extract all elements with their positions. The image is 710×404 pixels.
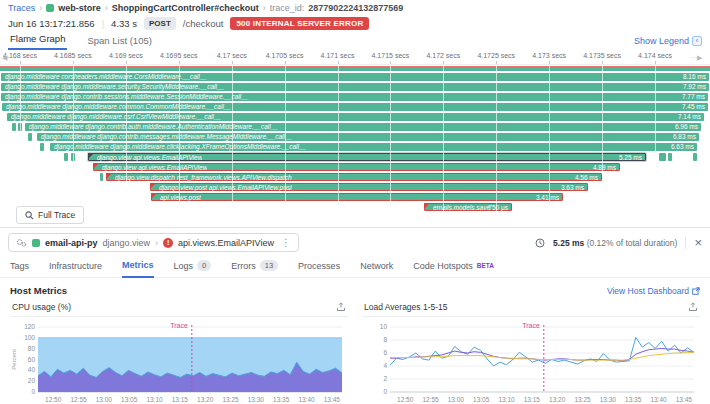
flame-span-duration: 6.63 ms [671, 143, 694, 151]
load-averages-chart[interactable]: 024681012:5012:5513:0013:0513:1013:1513:… [362, 317, 700, 404]
svg-text:13:00: 13:00 [96, 396, 113, 403]
flame-span-fragment[interactable] [64, 153, 68, 161]
flame-span-bar[interactable]: django.middleware django.contrib.auth.mi… [25, 123, 701, 131]
axis-tick-label: 4.173 secs [532, 52, 566, 59]
flame-span-bar[interactable]: django.middleware django.middleware.secu… [1, 83, 709, 91]
svg-text:13:35: 13:35 [273, 396, 290, 403]
flame-span-bar[interactable]: django.middleware corsheaders.middleware… [1, 73, 709, 81]
flame-span-bar[interactable]: django.middleware django.middleware.csrf… [7, 113, 704, 121]
flame-span-bar[interactable]: django.middleware django.middleware.comm… [2, 103, 708, 111]
axis-tick-mark [496, 61, 497, 64]
magnifier-icon [25, 211, 34, 220]
flame-graph: django.middleware corsheaders.middleware… [0, 66, 710, 214]
detail-tab-code-hotspots[interactable]: Code HotspotsBETA [413, 261, 494, 277]
breadcrumb-traces[interactable]: Traces [8, 3, 35, 13]
span-error-flag-icon [151, 193, 157, 199]
flame-span-bar[interactable]: api.views.post3.41 ms [151, 193, 563, 201]
host-metrics-charts: CPU usage (%) 020406080100120Percent12:5… [0, 300, 710, 404]
flame-span-duration: 7.92 ms [683, 83, 706, 91]
flame-span-fragment[interactable] [18, 123, 22, 131]
svg-text:12:55: 12:55 [70, 396, 87, 403]
flame-span-duration: 3.41 ms [536, 194, 559, 202]
trace-duration: 4.33 s [111, 18, 137, 29]
time-axis[interactable]: 4.168 secs4.1685 secs4.169 secs4.1695 se… [0, 51, 710, 65]
span-chip[interactable]: email-api-py django.view › ! api.views.E… [8, 233, 299, 252]
flame-span-fragment[interactable] [71, 153, 75, 161]
flame-span-duration: 7.77 ms [682, 93, 705, 101]
view-host-dashboard-label: View Host Dashboard [607, 286, 689, 296]
flame-span-fragment[interactable] [659, 153, 666, 161]
svg-text:6: 6 [383, 349, 387, 356]
svg-text:Trace: Trace [170, 322, 188, 329]
detail-tab-errors[interactable]: Errors13 [231, 260, 278, 277]
tab-span-list[interactable]: Span List (105) [85, 35, 153, 50]
flame-span-bar[interactable]: django.view.dispatch rest_framework.view… [106, 173, 602, 181]
axis-tick-mark [232, 61, 233, 64]
tab-flame-graph[interactable]: Flame Graph [8, 33, 67, 50]
flame-span-fragment[interactable] [100, 173, 103, 181]
flame-span-bar[interactable]: django.middleware django.contrib.message… [37, 133, 699, 141]
svg-text:13:10: 13:10 [498, 396, 515, 403]
flame-span-fragment[interactable] [12, 123, 16, 131]
detail-tab-label: Metrics [122, 260, 154, 270]
axis-tick-label: 4.172 secs [426, 52, 460, 59]
flame-span-duration: 3.63 ms [561, 184, 584, 192]
flame-span-bar[interactable]: django.view.post api.views.EmailAPIView.… [150, 183, 588, 191]
flame-span-bar[interactable]: django.middleware django.contrib.session… [1, 93, 708, 101]
axis-tick-mark [602, 61, 603, 64]
view-host-dashboard-link[interactable]: View Host Dashboard [607, 286, 700, 296]
axis-tick-label: 4.174 secs [638, 52, 672, 59]
span-service-name: email-api-py [45, 238, 98, 248]
detail-tab-processes[interactable]: Processes [298, 261, 340, 277]
export-icon[interactable] [336, 302, 346, 312]
breadcrumb-service[interactable]: web-store [58, 3, 101, 13]
axis-tick-label: 4.17 secs [217, 52, 247, 59]
svg-text:4: 4 [383, 362, 387, 369]
flame-span-label: django.middleware django.contrib.auth.mi… [29, 123, 278, 131]
full-trace-button[interactable]: Full Trace [16, 206, 84, 224]
flame-span-bar[interactable]: django.middleware django.middleware.clic… [50, 143, 697, 151]
close-icon[interactable]: × [694, 237, 702, 249]
flame-span-fragment[interactable] [28, 133, 32, 141]
flame-span-fragment[interactable] [693, 153, 697, 161]
axis-tick-mark [126, 61, 127, 64]
cpu-usage-chart[interactable]: 020406080100120Percent12:5012:5513:0013:… [10, 317, 348, 404]
detail-tab-logs[interactable]: Logs0 [174, 260, 212, 277]
axis-tick-mark [549, 61, 550, 64]
svg-text:13:25: 13:25 [222, 396, 239, 403]
span-error-flag-icon [93, 163, 99, 169]
svg-text:13:40: 13:40 [650, 396, 667, 403]
detail-tab-metrics[interactable]: Metrics [122, 260, 154, 278]
detail-tab-network[interactable]: Network [360, 261, 393, 277]
detail-tab-tags[interactable]: Tags [10, 261, 29, 277]
detail-tabs: TagsInfrastructureMetricsLogs0Errors13Pr… [0, 256, 710, 278]
svg-text:13:20: 13:20 [549, 396, 566, 403]
service-color-square [46, 4, 54, 12]
flame-root-span[interactable] [0, 66, 710, 71]
svg-text:13:15: 13:15 [172, 396, 189, 403]
span-menu-icon[interactable]: ⋮ [281, 237, 291, 248]
svg-text:13:05: 13:05 [121, 396, 138, 403]
show-legend-button[interactable]: Show Legend ‹ [634, 36, 702, 46]
flame-span-fragment[interactable] [40, 143, 44, 151]
span-error-flag-icon [424, 203, 430, 209]
detail-tab-infrastructure[interactable]: Infrastructure [49, 261, 102, 277]
flame-span-bar[interactable]: django.view api.views.EmailAPIView4.89 m… [93, 163, 620, 171]
svg-text:13:30: 13:30 [248, 396, 265, 403]
flame-span-fragment[interactable] [668, 153, 672, 161]
flame-span-duration: 4.89 ms [593, 164, 616, 172]
divider [685, 237, 686, 249]
breadcrumb-resource[interactable]: ShoppingCartController#checkout [112, 3, 259, 13]
flame-span-bar[interactable]: emails.models.save750 μs [424, 203, 512, 211]
axis-tick-mark [338, 61, 339, 64]
export-icon[interactable] [688, 302, 698, 312]
span-error-flag-icon [106, 173, 112, 179]
axis-tick-mark [390, 61, 391, 64]
axis-scroll-hint[interactable]: ◀ ⋯ [2, 54, 13, 62]
flame-span-label: django.middleware corsheaders.middleware… [5, 73, 207, 81]
axis-scroll-hint[interactable]: ⋯ ▶ [690, 54, 701, 62]
flame-span-bar[interactable]: django.view api.views.EmailAPIView5.25 m… [88, 153, 646, 161]
beta-tag: BETA [477, 262, 494, 269]
breadcrumb-separator: › [39, 3, 42, 13]
axis-tick-mark [443, 61, 444, 64]
